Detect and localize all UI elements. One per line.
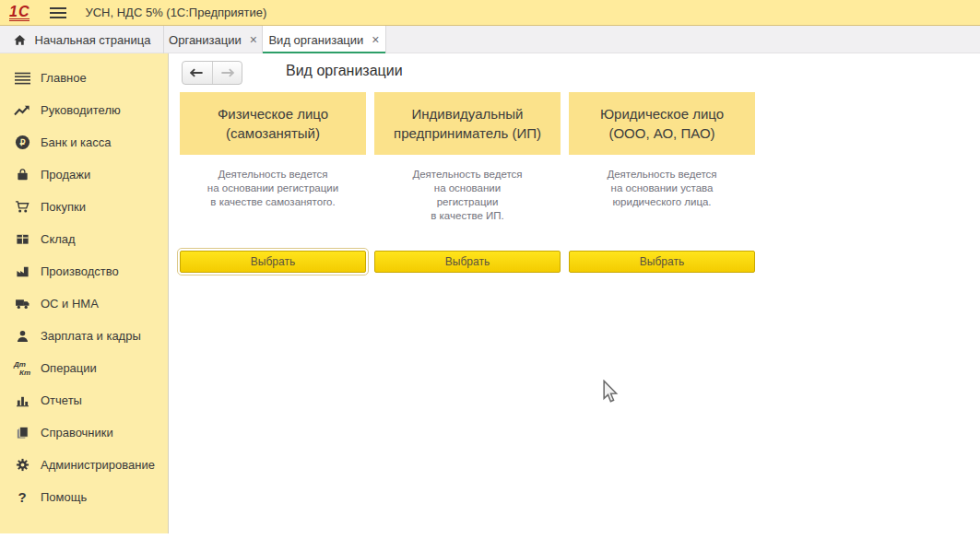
sidebar-item-purchases[interactable]: Покупки	[0, 191, 168, 223]
sidebar-item-label: Отчеты	[41, 393, 82, 407]
tab-label: Вид организации	[268, 33, 363, 47]
main-content: Вид организации Физическое лицо (самозан…	[170, 53, 980, 533]
card-title-line: (ООО, АО, ПАО)	[608, 123, 714, 143]
sidebar: Главное Руководителю ₽ Банк и касса Прод…	[0, 53, 169, 533]
main-menu-icon[interactable]	[50, 7, 66, 18]
sidebar-item-label: Справочники	[41, 426, 113, 439]
card-title-line: Физическое лицо	[218, 104, 328, 123]
card-individual-selfemployed: Физическое лицо (самозанятый) Деятельнос…	[180, 92, 366, 286]
sidebar-item-label: Банк и касса	[41, 135, 112, 149]
help-icon: ?	[13, 489, 31, 506]
select-button-legal-entity[interactable]: Выбрать	[569, 251, 755, 273]
tabbar: Начальная страница Организации × Вид орг…	[0, 26, 980, 53]
tab-label: Начальная страница	[35, 33, 151, 47]
home-icon	[13, 33, 27, 47]
sidebar-item-label: Производство	[41, 264, 119, 278]
sidebar-item-bank-cash[interactable]: ₽ Банк и касса	[0, 126, 168, 158]
debit-credit-icon: ДтКт	[13, 360, 31, 377]
sidebar-item-directories[interactable]: Справочники	[0, 416, 168, 449]
factory-icon	[13, 264, 31, 280]
sidebar-item-label: Зарплата и кадры	[41, 329, 141, 343]
card-description: Деятельность ведется на основании регист…	[180, 168, 366, 209]
sidebar-item-warehouse[interactable]: Склад	[0, 223, 168, 255]
sidebar-item-administration[interactable]: Администрирование	[0, 449, 168, 481]
card-title-line: предприниматель (ИП)	[394, 123, 541, 143]
sidebar-item-label: Главное	[41, 71, 87, 85]
sidebar-item-label: ОС и НМА	[41, 297, 99, 311]
sidebar-item-label: Руководителю	[41, 103, 121, 117]
sidebar-item-main[interactable]: Главное	[0, 62, 168, 94]
sidebar-item-salary-hr[interactable]: Зарплата и кадры	[0, 320, 168, 352]
sidebar-item-label: Операции	[41, 361, 97, 375]
back-button[interactable]	[183, 62, 213, 84]
sidebar-item-production[interactable]: Производство	[0, 255, 168, 287]
bar-chart-icon	[13, 393, 31, 409]
forward-button[interactable]	[213, 62, 242, 84]
app-title: УСН, НДС 5% (1С:Предприятие)	[85, 6, 266, 19]
sidebar-item-label: Покупки	[41, 200, 86, 214]
select-button-entrepreneur[interactable]: Выбрать	[374, 251, 561, 273]
ruble-circle-icon: ₽	[13, 135, 31, 151]
select-button-selfemployed[interactable]: Выбрать	[180, 251, 366, 273]
sidebar-item-reports[interactable]: Отчеты	[0, 384, 168, 416]
shopping-cart-icon	[13, 199, 31, 216]
1c-logo: 1С	[9, 5, 30, 21]
card-legal-entity: Юридическое лицо (ООО, АО, ПАО) Деятельн…	[569, 92, 755, 286]
sidebar-item-help[interactable]: ? Помощь	[0, 481, 168, 513]
sidebar-item-operations[interactable]: ДтКт Операции	[0, 352, 168, 384]
truck-icon	[13, 296, 31, 312]
tab-label: Организации	[169, 33, 242, 47]
card-description: Деятельность ведется на основании устава…	[569, 168, 755, 209]
card-title: Индивидуальный предприниматель (ИП)	[374, 92, 561, 155]
sidebar-item-label: Склад	[41, 232, 76, 246]
sidebar-item-sales[interactable]: Продажи	[0, 158, 168, 191]
card-title: Физическое лицо (самозанятый)	[180, 92, 366, 155]
gear-icon	[13, 457, 31, 474]
warehouse-grid-icon	[13, 231, 31, 248]
sidebar-item-label: Продажи	[41, 168, 90, 182]
card-title-line: Индивидуальный	[412, 104, 524, 123]
tab-organizations[interactable]: Организации ×	[164, 26, 263, 53]
card-title-line: Юридическое лицо	[600, 104, 724, 123]
titlebar: 1С УСН, НДС 5% (1С:Предприятие)	[0, 0, 980, 26]
sidebar-item-label: Помощь	[41, 490, 87, 504]
tab-home[interactable]: Начальная страница	[0, 26, 164, 53]
tab-organization-type[interactable]: Вид организации ×	[263, 26, 386, 53]
person-icon	[13, 328, 31, 345]
card-title-line: (самозанятый)	[226, 123, 320, 143]
sidebar-item-fixed-assets[interactable]: ОС и НМА	[0, 287, 168, 320]
shopping-bag-icon	[13, 167, 31, 183]
card-title: Юридическое лицо (ООО, АО, ПАО)	[569, 92, 755, 155]
sidebar-item-label: Администрирование	[41, 458, 155, 472]
sidebar-item-manager[interactable]: Руководителю	[0, 94, 168, 126]
history-nav	[182, 61, 242, 85]
card-entrepreneur: Индивидуальный предприниматель (ИП) Деят…	[374, 92, 561, 286]
books-icon	[13, 425, 31, 441]
app-window: 1С УСН, НДС 5% (1С:Предприятие) Начальна…	[0, 0, 980, 539]
page-title: Вид организации	[286, 63, 403, 79]
close-icon[interactable]: ×	[372, 33, 379, 46]
close-icon[interactable]: ×	[250, 33, 257, 46]
menu-lines-icon	[13, 70, 31, 87]
card-description: Деятельность ведется на основании регист…	[374, 168, 561, 223]
svg-text:₽: ₽	[19, 137, 25, 147]
trend-up-icon	[13, 102, 31, 119]
